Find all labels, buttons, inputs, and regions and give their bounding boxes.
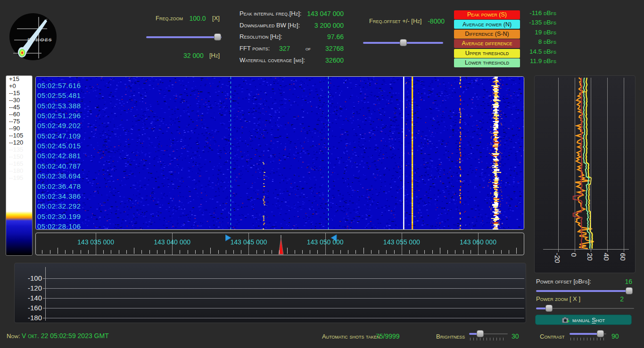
freq-minor-tick [516,248,517,254]
waterfall-timestamp: 05:02:42.881 [37,152,81,160]
legend-button-average-power-n[interactable]: Average power (N) [454,20,520,29]
freq-minor-tick [379,250,379,254]
spectrum-plot-panel: -100-120-140-160-180 [14,263,526,323]
plot-tick [43,288,45,289]
legend-button-lower-threshold[interactable]: Lower threshold [454,58,520,67]
shots-label: Automatic shots taken: [322,333,381,340]
legend-value: 19 dBfs [519,29,556,38]
db-scale-label: --180 [9,167,31,174]
spectro-tick-label: 40 [603,253,611,273]
contrast-slider[interactable] [570,330,606,338]
freq-minor-tick [447,250,448,254]
slider-handle[interactable] [400,39,407,46]
brightness-value: 30 [512,332,519,340]
freq-zoom-slider[interactable] [146,33,222,41]
freq-minor-tick [417,250,417,254]
spectro-tick [558,249,559,252]
frequency-scale: 143 035 000143 040 000143 045 000143 050… [35,233,524,255]
slider-track-rest[interactable] [480,333,508,334]
spectro-gridline [591,78,591,249]
spectro-tick-label: 60 [619,253,627,273]
legend-button-upper-threshold[interactable]: Upper threshold [454,49,520,58]
freq-minor-tick [126,250,127,254]
db-scale-label: +0 [9,82,31,89]
slider-handle[interactable] [597,330,604,337]
waterfall-timestamp: 05:02:49.202 [37,121,81,129]
legend-button-peak-power-s[interactable]: Peak power (S) [454,10,520,19]
slider-handle[interactable] [477,330,484,337]
plot-tick-label: -160 [23,304,42,312]
slider-track-rest[interactable] [551,308,634,309]
plot-gridline [45,318,524,318]
brightness-label: Brightness [436,333,465,340]
freq-minor-tick [333,250,333,254]
freq-offset-value: -8000 [428,17,445,25]
plot-gridline [45,288,524,289]
freq-zoom-label: Freq.zoom [156,15,183,22]
db-color-scale: +15+0--15--30--45--60--75--90--105--120-… [6,75,33,256]
freq-minor-tick [65,250,66,254]
slider-handle[interactable] [214,33,221,40]
freq-minor-tick [455,250,455,254]
manual-shot-button[interactable]: manual Shot [535,315,632,325]
freq-minor-tick [210,248,211,254]
stat-value: 3 200 000 [314,22,344,29]
brightness-slider[interactable] [469,330,508,338]
waterfall-timestamp: 05:02:51.296 [37,112,81,120]
freq-minor-tick [440,248,440,254]
freq-minor-tick [103,250,104,254]
stat-label: Downsampled BW [Hz]: [239,22,300,29]
db-scale-label: --30 [9,97,31,104]
waterfall-timestamp: 05:02:32.292 [37,202,81,210]
legend-value: 14.5 dBfs [519,48,556,57]
slider-track[interactable] [146,36,222,38]
freq-minor-tick [233,250,234,254]
plot-tick-label: -140 [23,294,42,302]
spectro-tick [591,249,591,252]
freq-minor-tick [501,250,502,254]
freq-zoom-unit: [X] [212,15,220,22]
freq-tick-label: 143 040 000 [146,238,198,246]
camera-icon [562,317,570,323]
db-scale-label: --45 [9,104,31,111]
db-scale-label: --90 [9,125,31,132]
power-zoom-group: Power zoom [ X ] 2 [536,295,624,303]
stat-row: Downsampled BW [Hz]:3 200 000 [239,22,344,33]
spectro-tick-label: 0 [570,253,578,273]
power-zoom-slider[interactable] [536,305,634,312]
legend-button-difference-s-n[interactable]: Difference (S-N) [454,30,520,39]
db-scale-label: --165 [9,160,31,167]
echoes-app-window: ECHOES Freq.zoom 100.0 [X] 32 000 [Hz] P… [0,0,644,348]
waterfall-timestamp: 05:02:45.015 [37,142,81,150]
shots-value: 75/9999 [376,332,400,340]
slider-handle[interactable] [626,287,633,294]
freq-tick-label: 143 055 000 [376,238,428,246]
freq-span-group: 32 000 [Hz] [146,52,220,59]
freq-tick-label: 143 050 000 [299,238,351,246]
freq-offset-group: Freq.offset +/- [Hz] -8000 [369,17,445,25]
peak-frequency-marker [277,235,285,255]
freq-minor-tick [340,250,341,254]
manual-shot-label: manual Shot [572,316,605,324]
slider-track[interactable] [536,290,630,292]
power-offset-slider[interactable] [536,287,634,295]
db-scale-label: --195 [9,174,31,181]
legend-value: 11.9 dBfs [519,57,556,67]
y-axis-line [45,267,46,321]
freq-minor-tick [509,250,509,254]
slider-track[interactable] [570,333,600,335]
db-scale-label: --75 [9,118,31,125]
slider-handle[interactable] [545,305,553,312]
freq-minor-tick [424,250,425,254]
legend-button-average-difference[interactable]: Average difference [454,39,520,48]
contrast-label: Contrast [540,333,564,340]
stat-label: Waterfall coverage [ms]: [239,57,305,64]
freq-minor-tick [394,250,395,254]
freq-offset-label: Freq.offset +/- [Hz] [369,17,421,25]
stat-value-total: 32768 [325,45,344,52]
waterfall-timestamp: 05:02:55.481 [37,91,81,99]
waterfall-timestamp: 05:02:40.787 [37,162,81,170]
freq-offset-slider[interactable] [363,39,443,47]
spectro-tick [624,249,624,252]
spectro-tick-label: -20 [553,253,561,273]
